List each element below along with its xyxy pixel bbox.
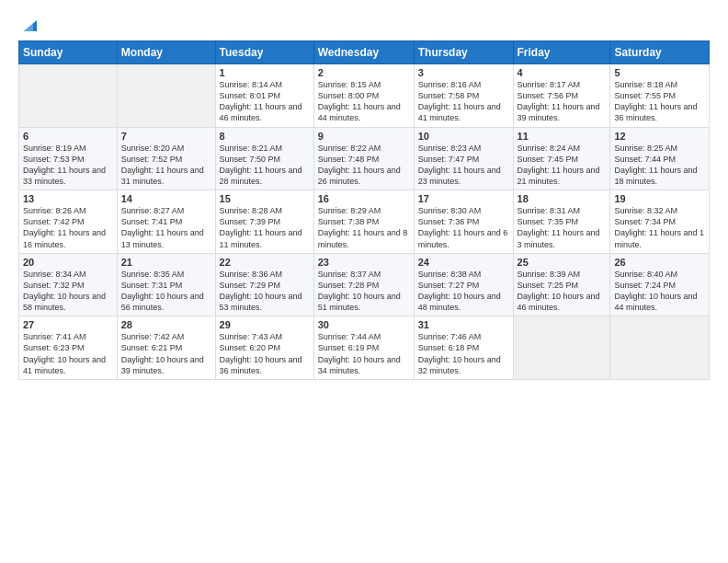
day-info: Sunrise: 8:30 AM Sunset: 7:36 PM Dayligh…	[418, 205, 509, 250]
day-number: 25	[518, 257, 607, 268]
day-number: 29	[220, 319, 310, 330]
day-info: Sunrise: 8:31 AM Sunset: 7:35 PM Dayligh…	[518, 205, 607, 250]
calendar-cell: 26Sunrise: 8:40 AM Sunset: 7:24 PM Dayli…	[610, 253, 710, 316]
day-info: Sunrise: 7:41 AM Sunset: 6:23 PM Dayligh…	[23, 331, 113, 376]
day-info: Sunrise: 8:25 AM Sunset: 7:44 PM Dayligh…	[614, 143, 705, 188]
day-number: 5	[614, 67, 705, 78]
calendar-cell: 11Sunrise: 8:24 AM Sunset: 7:45 PM Dayli…	[513, 127, 610, 190]
calendar-cell: 4Sunrise: 8:17 AM Sunset: 7:56 PM Daylig…	[513, 64, 610, 128]
day-of-week-header: Thursday	[414, 41, 513, 64]
calendar-week-row: 27Sunrise: 7:41 AM Sunset: 6:23 PM Dayli…	[19, 316, 710, 380]
calendar-header-row: SundayMondayTuesdayWednesdayThursdayFrid…	[19, 41, 710, 64]
calendar-cell	[513, 316, 610, 380]
day-info: Sunrise: 8:28 AM Sunset: 7:39 PM Dayligh…	[220, 205, 310, 250]
day-number: 9	[318, 131, 410, 142]
day-info: Sunrise: 8:32 AM Sunset: 7:34 PM Dayligh…	[614, 205, 705, 250]
day-of-week-header: Friday	[513, 41, 610, 64]
calendar-cell: 6Sunrise: 8:19 AM Sunset: 7:53 PM Daylig…	[19, 127, 118, 190]
day-info: Sunrise: 8:23 AM Sunset: 7:47 PM Dayligh…	[418, 143, 509, 188]
day-number: 14	[121, 193, 211, 204]
day-number: 31	[418, 319, 509, 330]
calendar-cell: 12Sunrise: 8:25 AM Sunset: 7:44 PM Dayli…	[610, 127, 710, 190]
day-info: Sunrise: 7:44 AM Sunset: 6:19 PM Dayligh…	[318, 331, 410, 376]
day-number: 6	[23, 131, 113, 142]
day-info: Sunrise: 8:26 AM Sunset: 7:42 PM Dayligh…	[23, 205, 113, 250]
calendar-cell: 24Sunrise: 8:38 AM Sunset: 7:27 PM Dayli…	[414, 253, 513, 316]
calendar-cell: 19Sunrise: 8:32 AM Sunset: 7:34 PM Dayli…	[610, 190, 710, 254]
calendar-cell: 10Sunrise: 8:23 AM Sunset: 7:47 PM Dayli…	[414, 127, 513, 190]
calendar-cell: 22Sunrise: 8:36 AM Sunset: 7:29 PM Dayli…	[215, 253, 313, 316]
day-number: 30	[318, 319, 410, 330]
day-info: Sunrise: 8:38 AM Sunset: 7:27 PM Dayligh…	[418, 269, 509, 314]
day-info: Sunrise: 8:17 AM Sunset: 7:56 PM Dayligh…	[518, 79, 607, 124]
day-info: Sunrise: 8:18 AM Sunset: 7:55 PM Dayligh…	[614, 79, 705, 124]
day-number: 11	[518, 131, 607, 142]
day-number: 2	[318, 67, 410, 78]
day-number: 22	[220, 257, 310, 268]
day-info: Sunrise: 8:21 AM Sunset: 7:50 PM Dayligh…	[220, 143, 310, 188]
calendar-week-row: 20Sunrise: 8:34 AM Sunset: 7:32 PM Dayli…	[19, 253, 710, 316]
day-number: 23	[318, 257, 410, 268]
day-info: Sunrise: 8:29 AM Sunset: 7:38 PM Dayligh…	[318, 205, 410, 250]
day-number: 8	[220, 131, 310, 142]
header	[18, 15, 710, 35]
day-number: 27	[23, 319, 113, 330]
day-of-week-header: Tuesday	[215, 41, 313, 64]
calendar-cell: 14Sunrise: 8:27 AM Sunset: 7:41 PM Dayli…	[117, 190, 215, 254]
calendar-week-row: 6Sunrise: 8:19 AM Sunset: 7:53 PM Daylig…	[19, 127, 710, 190]
day-number: 7	[121, 131, 211, 142]
calendar-cell: 13Sunrise: 8:26 AM Sunset: 7:42 PM Dayli…	[19, 190, 118, 254]
calendar-cell: 1Sunrise: 8:14 AM Sunset: 8:01 PM Daylig…	[215, 64, 313, 128]
day-number: 18	[518, 193, 607, 204]
day-number: 26	[614, 257, 705, 268]
day-number: 12	[614, 131, 705, 142]
calendar-cell: 17Sunrise: 8:30 AM Sunset: 7:36 PM Dayli…	[414, 190, 513, 254]
calendar-cell: 18Sunrise: 8:31 AM Sunset: 7:35 PM Dayli…	[513, 190, 610, 254]
day-info: Sunrise: 8:37 AM Sunset: 7:28 PM Dayligh…	[318, 269, 410, 314]
calendar-table: SundayMondayTuesdayWednesdayThursdayFrid…	[18, 40, 710, 380]
page: SundayMondayTuesdayWednesdayThursdayFrid…	[0, 0, 728, 563]
day-number: 13	[23, 193, 113, 204]
calendar-cell: 25Sunrise: 8:39 AM Sunset: 7:25 PM Dayli…	[513, 253, 610, 316]
day-of-week-header: Wednesday	[313, 41, 414, 64]
calendar-cell: 28Sunrise: 7:42 AM Sunset: 6:21 PM Dayli…	[117, 316, 215, 380]
day-number: 16	[318, 193, 410, 204]
calendar-cell: 20Sunrise: 8:34 AM Sunset: 7:32 PM Dayli…	[19, 253, 118, 316]
calendar-cell: 21Sunrise: 8:35 AM Sunset: 7:31 PM Dayli…	[117, 253, 215, 316]
day-of-week-header: Monday	[117, 41, 215, 64]
day-info: Sunrise: 8:20 AM Sunset: 7:52 PM Dayligh…	[121, 143, 211, 188]
day-number: 10	[418, 131, 509, 142]
day-info: Sunrise: 7:46 AM Sunset: 6:18 PM Dayligh…	[418, 331, 509, 376]
calendar-cell: 27Sunrise: 7:41 AM Sunset: 6:23 PM Dayli…	[19, 316, 118, 380]
day-number: 24	[418, 257, 509, 268]
calendar-cell: 8Sunrise: 8:21 AM Sunset: 7:50 PM Daylig…	[215, 127, 313, 190]
day-info: Sunrise: 7:43 AM Sunset: 6:20 PM Dayligh…	[220, 331, 310, 376]
calendar-cell: 23Sunrise: 8:37 AM Sunset: 7:28 PM Dayli…	[313, 253, 414, 316]
day-number: 3	[418, 67, 509, 78]
day-of-week-header: Saturday	[610, 41, 710, 64]
calendar-cell: 5Sunrise: 8:18 AM Sunset: 7:55 PM Daylig…	[610, 64, 710, 128]
day-info: Sunrise: 8:34 AM Sunset: 7:32 PM Dayligh…	[23, 269, 113, 314]
day-info: Sunrise: 8:39 AM Sunset: 7:25 PM Dayligh…	[518, 269, 607, 314]
calendar-cell: 31Sunrise: 7:46 AM Sunset: 6:18 PM Dayli…	[414, 316, 513, 380]
day-info: Sunrise: 8:19 AM Sunset: 7:53 PM Dayligh…	[23, 143, 113, 188]
day-info: Sunrise: 7:42 AM Sunset: 6:21 PM Dayligh…	[121, 331, 211, 376]
day-number: 17	[418, 193, 509, 204]
day-info: Sunrise: 8:35 AM Sunset: 7:31 PM Dayligh…	[121, 269, 211, 314]
calendar-cell: 7Sunrise: 8:20 AM Sunset: 7:52 PM Daylig…	[117, 127, 215, 190]
calendar-cell: 3Sunrise: 8:16 AM Sunset: 7:58 PM Daylig…	[414, 64, 513, 128]
day-info: Sunrise: 8:22 AM Sunset: 7:48 PM Dayligh…	[318, 143, 410, 188]
day-info: Sunrise: 8:40 AM Sunset: 7:24 PM Dayligh…	[614, 269, 705, 314]
logo	[18, 15, 40, 35]
calendar-cell	[610, 316, 710, 380]
day-number: 19	[614, 193, 705, 204]
calendar-week-row: 1Sunrise: 8:14 AM Sunset: 8:01 PM Daylig…	[19, 64, 710, 128]
day-info: Sunrise: 8:27 AM Sunset: 7:41 PM Dayligh…	[121, 205, 211, 250]
calendar-week-row: 13Sunrise: 8:26 AM Sunset: 7:42 PM Dayli…	[19, 190, 710, 254]
calendar-cell: 30Sunrise: 7:44 AM Sunset: 6:19 PM Dayli…	[313, 316, 414, 380]
calendar-cell	[117, 64, 215, 128]
day-number: 28	[121, 319, 211, 330]
day-number: 1	[220, 67, 310, 78]
calendar-cell: 9Sunrise: 8:22 AM Sunset: 7:48 PM Daylig…	[313, 127, 414, 190]
day-number: 15	[220, 193, 310, 204]
